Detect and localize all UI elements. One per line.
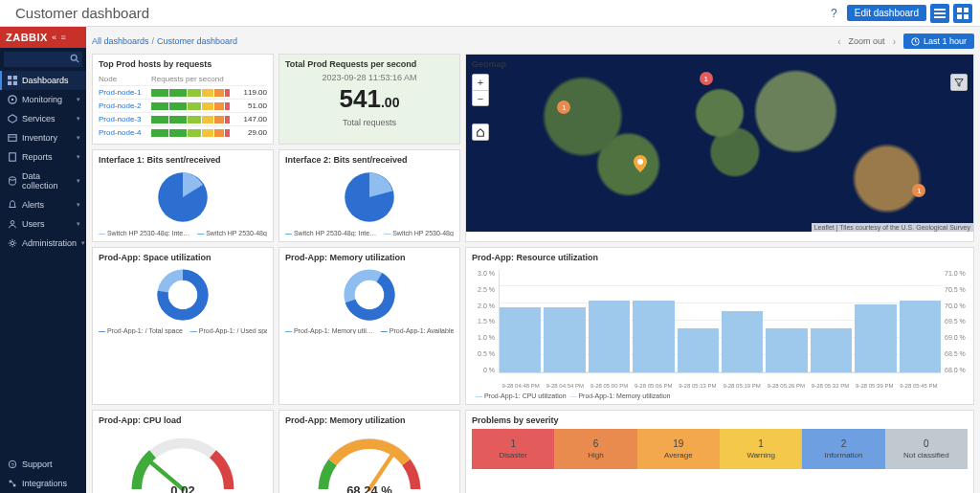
breadcrumb[interactable]: Customer dashboard: [157, 36, 237, 46]
bar: [633, 301, 674, 372]
pie-chart: [342, 169, 397, 225]
sidebar-item-data-collection[interactable]: Data collection▾: [0, 167, 86, 195]
bar: [722, 311, 763, 372]
svg-rect-1: [934, 12, 946, 14]
sidebar-item-users[interactable]: Users▾: [0, 214, 86, 234]
sidebar-item-alerts[interactable]: Alerts▾: [0, 195, 86, 214]
svg-rect-0: [934, 9, 946, 11]
panel-interface-2: Interface 2: Bits sent/received Switch H…: [278, 149, 460, 242]
total-requests-value: 541.00: [285, 84, 454, 114]
svg-rect-15: [9, 135, 16, 142]
clock-icon: [911, 37, 920, 46]
search-input[interactable]: [4, 52, 82, 67]
brand-logo[interactable]: ZABBIX « ≡: [0, 27, 86, 48]
panel-memory-utilization-donut: Prod-App: Memory utilization Prod-App-1:…: [278, 247, 460, 405]
panel-problems-by-severity: Problems by severity 1Disaster6High19Ave…: [465, 410, 974, 493]
panel-geomap: Geomap + − 1 1 1 Leaflet | Tiles courtes…: [465, 54, 974, 242]
severity-cell[interactable]: 1Warning: [720, 429, 802, 469]
svg-rect-9: [8, 76, 11, 79]
severity-cell[interactable]: 6High: [554, 429, 636, 469]
cpu-load-value: 0.02: [170, 483, 194, 493]
timestamp: 2023-09-28 11:53:16 AM: [285, 73, 454, 82]
sidebar-item-services[interactable]: Services▾: [0, 109, 86, 128]
sidebar-item-inventory[interactable]: Inventory▾: [0, 128, 86, 147]
map-pin[interactable]: 1: [700, 72, 713, 85]
bar: [678, 328, 719, 372]
svg-point-19: [11, 221, 14, 225]
host-link[interactable]: Prod-node-4: [99, 128, 151, 137]
map-pin[interactable]: 1: [557, 101, 570, 114]
zoom-out-icon[interactable]: −: [473, 90, 488, 105]
sidebar-item-reports[interactable]: Reports▾: [0, 147, 86, 167]
donut-chart: [155, 267, 211, 323]
map-pin[interactable]: 1: [912, 184, 925, 197]
filter-icon[interactable]: [950, 74, 968, 91]
map-pin[interactable]: [634, 155, 647, 172]
svg-rect-11: [8, 81, 11, 85]
map-canvas[interactable]: + − 1 1 1 Leaflet | Tiles courtesy of th…: [466, 55, 973, 232]
panel-memory-utilization-gauge: Prod-App: Memory utilization 0 %100 % 68…: [278, 410, 460, 493]
memory-util-value: 68.24 %: [346, 483, 392, 493]
svg-point-7: [71, 55, 77, 60]
table-row: Prod-node-3147.00: [99, 112, 267, 125]
time-prev-icon[interactable]: ‹: [835, 36, 842, 47]
svg-rect-6: [964, 14, 969, 19]
page-title: Customer dashboard: [15, 5, 831, 21]
svg-point-20: [11, 241, 13, 244]
panel-cpu-load: Prod-App: CPU load 01 0.02 Load average …: [92, 410, 274, 493]
sidebar: ZABBIX « ≡ Dashboards Monitoring▾ Servic…: [0, 27, 86, 493]
pin-icon[interactable]: ≡: [60, 33, 66, 42]
time-next-icon[interactable]: ›: [891, 36, 898, 47]
map-attribution: Leaflet | Tiles courtesy of the U.S. Geo…: [812, 223, 973, 232]
svg-point-18: [10, 177, 16, 180]
svg-rect-4: [964, 8, 969, 12]
zoom-in-icon[interactable]: +: [473, 75, 488, 90]
severity-cell[interactable]: 1Disaster: [472, 429, 554, 469]
search-icon: [70, 54, 79, 63]
edit-dashboard-button[interactable]: Edit dashboard: [847, 5, 926, 21]
table-row: Prod-node-251.00: [99, 99, 267, 112]
list-view-icon[interactable]: [930, 4, 949, 23]
severity-cell[interactable]: 0Not classified: [885, 429, 968, 469]
sidebar-item-dashboards[interactable]: Dashboards: [0, 71, 86, 90]
svg-rect-12: [13, 81, 17, 85]
bar: [544, 307, 585, 372]
breadcrumb[interactable]: All dashboards: [92, 36, 149, 46]
bar: [855, 304, 896, 372]
collapse-icon[interactable]: «: [52, 33, 57, 42]
home-icon[interactable]: [472, 123, 489, 141]
time-range-button[interactable]: Last 1 hour: [903, 34, 974, 49]
severity-cell[interactable]: 19Average: [637, 429, 720, 469]
zoom-out-button[interactable]: Zoom out: [849, 36, 885, 46]
table-row: Prod-node-1119.00: [99, 85, 267, 99]
help-icon[interactable]: ?: [831, 7, 837, 20]
panel-space-utilization: Prod-App: Space utilization Prod-App-1: …: [92, 247, 274, 405]
panel-top-hosts: Top Prod hosts by requests NodeRequests …: [92, 54, 274, 145]
bar: [811, 328, 852, 372]
svg-line-25: [11, 482, 14, 485]
map-zoom-controls: + −: [472, 74, 489, 106]
svg-point-27: [637, 159, 643, 165]
pie-chart: [155, 169, 211, 225]
svg-rect-10: [13, 76, 17, 79]
sidebar-item-administration[interactable]: Administration▾: [0, 234, 86, 253]
table-row: Prod-node-429.00: [99, 125, 267, 139]
sidebar-item-integrations[interactable]: Integrations: [0, 474, 86, 493]
panel-total-requests: Total Prod Requests per second 2023-09-2…: [278, 54, 460, 145]
svg-rect-23: [10, 481, 11, 483]
severity-cell[interactable]: 2Information: [802, 429, 884, 469]
svg-rect-2: [934, 16, 946, 18]
panel-resource-utilization: Prod-App: Resource utilization 3.0 %2.5 …: [465, 247, 974, 405]
panel-interface-1: Interface 1: Bits sent/received Switch H…: [92, 149, 274, 242]
sidebar-item-monitoring[interactable]: Monitoring▾: [0, 90, 86, 109]
host-link[interactable]: Prod-node-2: [99, 101, 151, 110]
svg-rect-17: [10, 153, 16, 161]
host-link[interactable]: Prod-node-3: [99, 115, 151, 123]
svg-line-8: [77, 60, 79, 62]
kiosk-view-icon[interactable]: [953, 4, 972, 23]
host-link[interactable]: Prod-node-1: [99, 88, 151, 97]
sidebar-item-support[interactable]: ?Support: [0, 455, 86, 474]
svg-point-14: [11, 99, 14, 101]
bar: [500, 307, 541, 372]
svg-rect-5: [957, 14, 962, 19]
